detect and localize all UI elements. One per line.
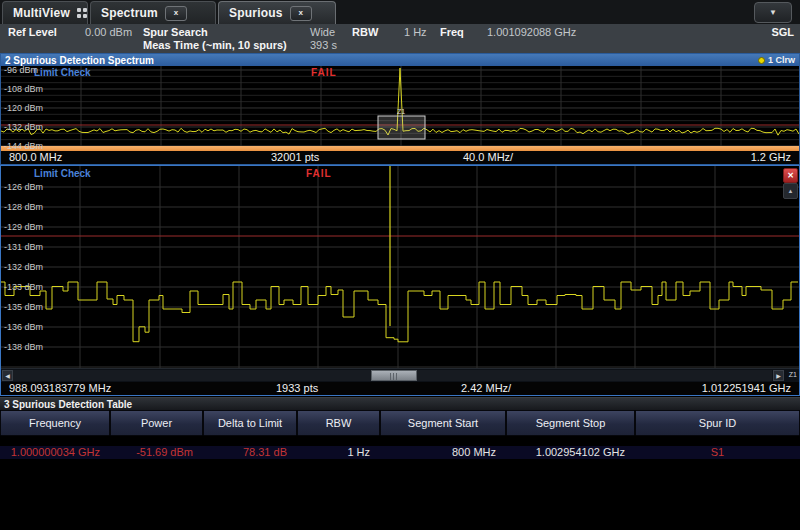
zoom-close-button[interactable]: ✕ <box>783 168 798 183</box>
table-cell: 800 MHz <box>380 446 506 459</box>
arrow-right-icon: ▶ <box>776 372 781 379</box>
meas-time-label[interactable]: Meas Time (~min, 10 spurs) <box>143 39 287 51</box>
spur-search-value[interactable]: Wide <box>310 26 335 38</box>
ref-level-value[interactable]: 0.00 dBm <box>85 26 132 38</box>
table-cell: S1 <box>635 446 800 459</box>
zoom-sweep-points: 1933 pts <box>276 382 318 394</box>
table-cell: -51.69 dBm <box>110 446 203 459</box>
tab-spectrum[interactable]: Spectrum x <box>90 1 216 24</box>
spur-search-label[interactable]: Spur Search <box>143 26 208 38</box>
tab-spectrum-label: Spectrum <box>101 6 158 20</box>
tab-spurious[interactable]: Spurious x <box>218 1 336 24</box>
limit-fail-status-2: FAIL <box>306 168 332 179</box>
table-window-title: 3 Spurious Detection Table <box>4 399 132 410</box>
zoom-start-freq: 988.093183779 MHz <box>9 382 111 394</box>
zoom-graph[interactable]: Limit Check FAIL ✕ ▲ -126 dBm-128 dBm-12… <box>1 166 799 368</box>
limit-check-label-2: Limit Check <box>34 168 91 179</box>
spectrum-start-freq: 800.0 MHz <box>9 151 62 163</box>
tab-multiview-label: MultiView <box>13 6 70 20</box>
tab-multiview[interactable]: MultiView <box>2 1 88 24</box>
freq-value[interactable]: 1.001092088 GHz <box>487 26 576 38</box>
spectrum-trace-plot: Z1 <box>1 66 799 146</box>
table-cell: 1.002954102 GHz <box>506 446 635 459</box>
zoom-trace-plot <box>1 166 799 368</box>
limit-fail-status-1: FAIL <box>311 67 337 78</box>
freq-label[interactable]: Freq <box>440 26 464 38</box>
scroll-thumb[interactable] <box>371 370 417 381</box>
column-header-frequency[interactable]: Frequency <box>0 410 110 436</box>
zoom-scale-per-div: 2.42 MHz/ <box>461 382 511 394</box>
spectrum-graph[interactable]: Z1 Limit Check FAIL -96 dBm-108 dBm-120 … <box>1 66 799 146</box>
sgl-badge: SGL <box>771 26 794 38</box>
tab-spurious-label: Spurious <box>229 6 283 20</box>
limit-check-label-1: Limit Check <box>34 67 91 78</box>
spectrum-axis-row: 800.0 MHz 32001 pts 40.0 MHz/ 1.2 GHz <box>1 151 799 164</box>
trace1-color-icon <box>758 57 765 64</box>
tab-spectrum-close-icon[interactable]: x <box>165 6 187 21</box>
tab-bar: MultiView Spectrum x Spurious x ▼ <box>0 0 800 24</box>
arrow-left-icon: ◀ <box>5 372 10 379</box>
scroll-right-button[interactable]: ▶ <box>773 370 784 381</box>
table-cell: 1 Hz <box>297 446 380 459</box>
spectrum-window-title: 2 Spurious Detection Spectrum <box>5 55 154 66</box>
table-header-row: FrequencyPowerDelta to LimitRBWSegment S… <box>0 410 800 436</box>
column-header-delta-to-limit[interactable]: Delta to Limit <box>203 410 297 436</box>
zoom-stop-freq: 1.012251941 GHz <box>702 382 791 394</box>
table-cell: 1.000000034 GHz <box>0 446 110 459</box>
table-row[interactable]: 1.000000034 GHz-51.69 dBm78.31 dB1 Hz800… <box>0 446 800 459</box>
table-window-titlebar[interactable]: 3 Spurious Detection Table <box>0 397 800 410</box>
spectrum-stop-freq: 1.2 GHz <box>751 151 791 163</box>
column-header-spur-id[interactable]: Spur ID <box>635 410 800 436</box>
zoom-zone-label: Z1 <box>789 371 797 378</box>
spectrum-sweep-points: 32001 pts <box>271 151 319 163</box>
column-header-rbw[interactable]: RBW <box>297 410 380 436</box>
chevron-down-icon: ▼ <box>769 8 777 17</box>
trace-badge[interactable]: 1 Clrw <box>758 55 795 65</box>
column-header-power[interactable]: Power <box>110 410 203 436</box>
zoom-area-z1-label: Z1 <box>397 108 405 115</box>
rbw-label[interactable]: RBW <box>352 26 378 38</box>
channel-info-bar: Ref Level 0.00 dBm Spur Search Wide RBW … <box>0 24 800 54</box>
table-cell: 78.31 dB <box>203 446 297 459</box>
spectrum-scale-per-div: 40.0 MHz/ <box>463 151 513 163</box>
meas-time-value[interactable]: 393 s <box>310 39 337 51</box>
triangle-up-icon: ▲ <box>788 188 794 194</box>
zoom-window: Limit Check FAIL ✕ ▲ -126 dBm-128 dBm-12… <box>0 165 800 396</box>
close-icon: ✕ <box>787 172 794 180</box>
scroll-left-button[interactable]: ◀ <box>2 370 13 381</box>
zoom-window-control-button[interactable]: ▲ <box>783 183 798 199</box>
rbw-value[interactable]: 1 Hz <box>404 26 427 38</box>
ref-level-label[interactable]: Ref Level <box>8 26 57 38</box>
multiview-grid-icon <box>77 8 87 18</box>
spectrum-window: 2 Spurious Detection Spectrum 1 Clrw Z1 … <box>0 53 800 165</box>
zoom-axis-row: 988.093183779 MHz 1933 pts 2.42 MHz/ 1.0… <box>1 382 799 395</box>
analyzer-screen: MultiView Spectrum x Spurious x ▼ Ref Le… <box>0 0 800 530</box>
column-header-segment-start[interactable]: Segment Start <box>380 410 506 436</box>
scroll-track[interactable] <box>13 370 772 381</box>
zoom-area-z1-box[interactable] <box>378 116 425 139</box>
tabbar-dropdown-button[interactable]: ▼ <box>754 2 792 23</box>
zoom-scrollbar: ◀ ▶ Z1 <box>1 368 799 382</box>
tab-spurious-close-icon[interactable]: x <box>290 6 312 21</box>
column-header-segment-stop[interactable]: Segment Stop <box>506 410 635 436</box>
spectrum-window-titlebar[interactable]: 2 Spurious Detection Spectrum 1 Clrw <box>1 54 799 66</box>
